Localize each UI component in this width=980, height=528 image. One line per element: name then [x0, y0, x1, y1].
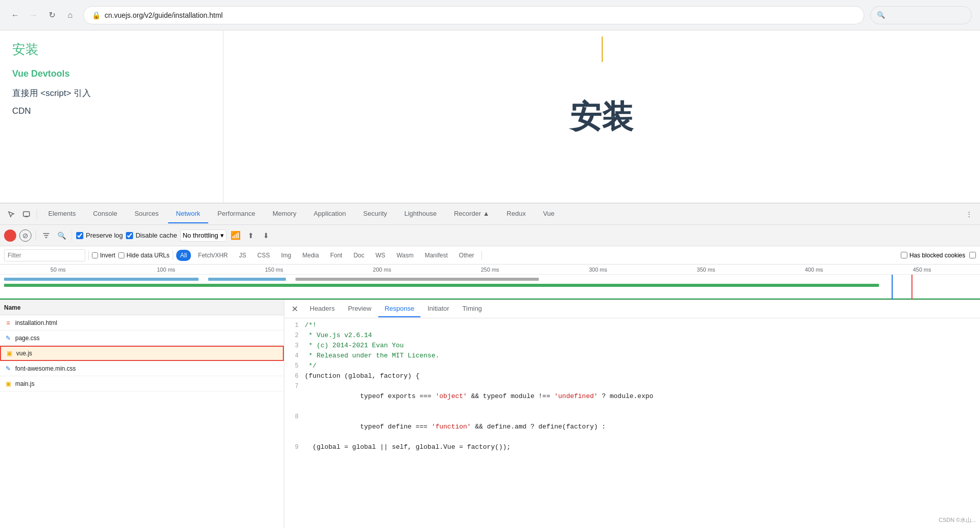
- code-line-5: 5 */: [284, 361, 980, 371]
- timeline-bars: [0, 275, 980, 300]
- blocked-checkbox[interactable]: [901, 252, 907, 258]
- toolbar-divider-1: [36, 230, 36, 241]
- file-item-page-css[interactable]: ✎ page.css: [0, 331, 284, 346]
- filter-img[interactable]: Img: [277, 250, 295, 261]
- filter-media[interactable]: Media: [298, 250, 323, 261]
- filter-js[interactable]: JS: [235, 250, 250, 261]
- css-icon-2: ✎: [4, 365, 12, 373]
- record-button[interactable]: [4, 229, 16, 242]
- filter-fetch[interactable]: Fetch/XHR: [194, 250, 232, 261]
- code-line-3: 3 * (c) 2014-2021 Evan You: [284, 341, 980, 351]
- wifi-icon[interactable]: 📶: [230, 229, 242, 242]
- resp-tab-headers[interactable]: Headers: [304, 301, 341, 317]
- main-split: Name ≡ installation.html ✎ page.css ▣ vu…: [0, 300, 980, 528]
- sidebar-title: 安装: [12, 41, 211, 58]
- filter-wasm[interactable]: Wasm: [393, 250, 418, 261]
- tab-application[interactable]: Application: [306, 205, 354, 223]
- filter-sep2: [173, 251, 173, 260]
- tab-recorder[interactable]: Recorder ▲: [446, 205, 498, 223]
- close-button[interactable]: ✕: [288, 303, 301, 315]
- blocked-checkbox2[interactable]: [969, 252, 976, 258]
- response-tabs: ✕ Headers Preview Response Initiator Tim…: [284, 300, 980, 318]
- invert-checkbox[interactable]: [92, 252, 98, 258]
- filter-manifest[interactable]: Manifest: [420, 250, 451, 261]
- file-name: main.js: [15, 380, 35, 387]
- tab-memory[interactable]: Memory: [265, 205, 305, 223]
- wf-row-1: [4, 277, 976, 282]
- tab-console[interactable]: Console: [85, 205, 125, 223]
- throttle-select[interactable]: No throttling ▾: [180, 229, 226, 242]
- hide-data-urls-checkbox[interactable]: [118, 252, 124, 258]
- preserve-log-checkbox[interactable]: [76, 232, 83, 239]
- reload-button[interactable]: ↻: [45, 8, 59, 22]
- file-list-pane: Name ≡ installation.html ✎ page.css ▣ vu…: [0, 300, 284, 528]
- network-toolbar: ⊘ 🔍 Preserve log Disable cache No thrott…: [0, 225, 980, 246]
- filter-all[interactable]: All: [176, 250, 191, 261]
- sidebar-link-devtools[interactable]: Vue Devtools: [12, 69, 211, 79]
- resp-tab-response[interactable]: Response: [378, 301, 420, 317]
- tab-network[interactable]: Network: [168, 205, 209, 223]
- inspect-icon[interactable]: [4, 207, 18, 221]
- tick-150: 150 ms: [220, 267, 328, 273]
- tab-vue[interactable]: Vue: [535, 205, 563, 223]
- disable-cache-checkbox[interactable]: [126, 232, 133, 239]
- search-icon: 🔍: [877, 11, 885, 19]
- tick-250: 250 ms: [436, 267, 544, 273]
- file-item-vue-js[interactable]: ▣ vue.js: [0, 346, 284, 361]
- disable-cache-label[interactable]: Disable cache: [126, 232, 177, 239]
- tab-security[interactable]: Security: [355, 205, 395, 223]
- tick-350: 350 ms: [652, 267, 760, 273]
- response-pane: ✕ Headers Preview Response Initiator Tim…: [284, 300, 980, 528]
- timeline-ruler: 50 ms 100 ms 150 ms 200 ms 250 ms 300 ms…: [0, 265, 980, 275]
- sidebar-item-script[interactable]: 直接用 <script> 引入: [12, 87, 211, 99]
- file-item-main-js[interactable]: ▣ main.js: [0, 376, 284, 391]
- resp-tab-preview[interactable]: Preview: [342, 301, 377, 317]
- search-area[interactable]: 🔍: [870, 6, 972, 24]
- device-icon[interactable]: [19, 207, 34, 221]
- devtools-tabs: Elements Console Sources Network Perform…: [0, 204, 980, 225]
- tab-redux[interactable]: Redux: [499, 205, 534, 223]
- invert-label[interactable]: Invert: [92, 252, 115, 259]
- filter-ws[interactable]: WS: [372, 250, 389, 261]
- filter-font[interactable]: Font: [326, 250, 346, 261]
- svg-rect-0: [23, 212, 29, 216]
- chevron-down-icon: ▾: [220, 232, 224, 239]
- resp-tab-timing[interactable]: Timing: [456, 301, 488, 317]
- back-button[interactable]: ←: [8, 8, 22, 22]
- filter-input[interactable]: [4, 249, 85, 261]
- upload-icon[interactable]: ⬆: [245, 229, 257, 242]
- devtools: Elements Console Sources Network Perform…: [0, 203, 980, 528]
- file-item-font-awesome[interactable]: ✎ font-awesome.min.css: [0, 361, 284, 376]
- browser-chrome: ← → ↻ ⌂ 🔒 cn.vuejs.org/v2/guide/installa…: [0, 0, 980, 30]
- code-line-7: 7 typeof exports === 'object' && typeof …: [284, 381, 980, 412]
- download-icon[interactable]: ⬇: [260, 229, 272, 242]
- filter-doc[interactable]: Doc: [349, 250, 368, 261]
- sidebar-item-cdn[interactable]: CDN: [12, 106, 211, 116]
- wf-row-2: [4, 283, 976, 288]
- url-text: cn.vuejs.org/v2/guide/installation.html: [105, 11, 223, 19]
- filter-css[interactable]: CSS: [253, 250, 274, 261]
- file-item-installation[interactable]: ≡ installation.html: [0, 315, 284, 331]
- address-bar[interactable]: 🔒 cn.vuejs.org/v2/guide/installation.htm…: [83, 6, 864, 24]
- tick-100: 100 ms: [112, 267, 220, 273]
- tab-elements[interactable]: Elements: [40, 205, 84, 223]
- stop-button[interactable]: ⊘: [19, 229, 31, 242]
- filter-other[interactable]: Other: [455, 250, 478, 261]
- file-name: font-awesome.min.css: [15, 365, 76, 372]
- page-main: 安装: [223, 30, 980, 203]
- forward-button[interactable]: →: [26, 8, 41, 22]
- csdn-watermark: CSDN ©水山...: [939, 516, 976, 524]
- search-icon[interactable]: 🔍: [55, 229, 68, 242]
- blue-line: [892, 275, 893, 300]
- home-button[interactable]: ⌂: [63, 8, 77, 22]
- more-tools-icon[interactable]: ⋮: [962, 207, 976, 221]
- tab-performance[interactable]: Performance: [209, 205, 263, 223]
- preserve-log-label[interactable]: Preserve log: [76, 232, 123, 239]
- tab-lighthouse[interactable]: Lighthouse: [396, 205, 445, 223]
- tab-sources[interactable]: Sources: [126, 205, 167, 223]
- filter-icon[interactable]: [40, 229, 52, 242]
- resp-tab-initiator[interactable]: Initiator: [421, 301, 455, 317]
- timeline-area: 50 ms 100 ms 150 ms 200 ms 250 ms 300 ms…: [0, 265, 980, 300]
- hide-data-urls-label[interactable]: Hide data URLs: [118, 252, 170, 259]
- tick-400: 400 ms: [760, 267, 868, 273]
